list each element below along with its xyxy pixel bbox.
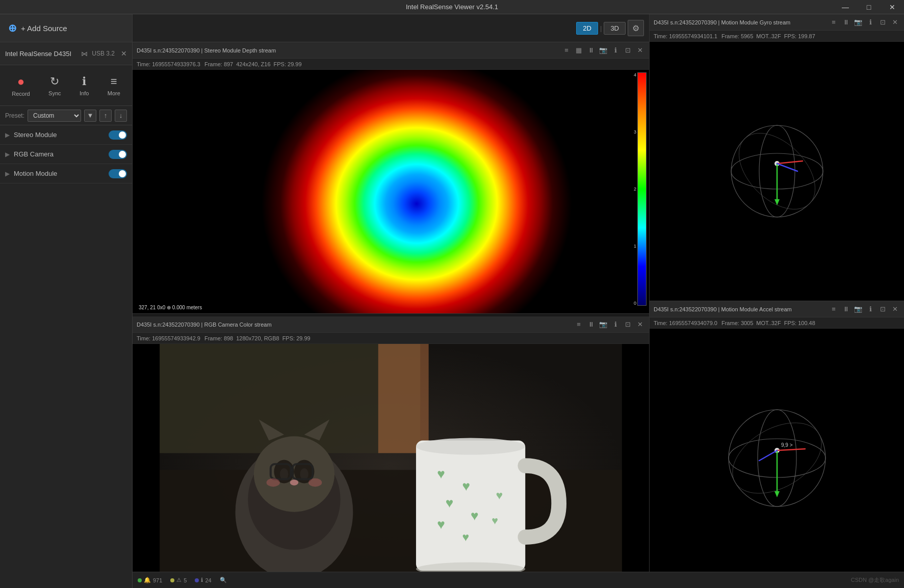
accel-close-button[interactable]: ✕	[890, 304, 900, 314]
motion-module-toggle[interactable]	[109, 169, 127, 178]
svg-point-7	[254, 436, 334, 512]
depth-info-button[interactable]: ℹ	[610, 45, 621, 56]
toolbar: ● Record ↻ Sync ℹ Info ≡ More	[0, 65, 132, 106]
record-button[interactable]: ● Record	[7, 71, 35, 100]
preset-dropdown-button[interactable]: ▼	[84, 110, 96, 122]
rgb-camera-toggle[interactable]	[109, 150, 127, 159]
svg-line-36	[777, 161, 803, 164]
main-layout: ⊕ + Add Source Intel RealSense D435I ⋈ U…	[0, 14, 904, 588]
info-count: 24	[205, 577, 211, 583]
gyro-format: MOT..32F	[756, 33, 781, 39]
close-button[interactable]: ✕	[881, 0, 904, 14]
device-name: Intel RealSense D435I	[5, 50, 77, 58]
info-button[interactable]: ℹ Info	[74, 72, 94, 99]
view-3d-button[interactable]: 3D	[604, 22, 626, 35]
gyro-camera-button[interactable]: 📷	[853, 17, 863, 28]
gyro-pause-button[interactable]: ⏸	[841, 17, 851, 28]
settings-button[interactable]: ⚙	[628, 20, 644, 36]
gyro-window-button[interactable]: ⊡	[877, 17, 888, 28]
svg-line-46	[777, 449, 805, 450]
device-close-button[interactable]: ✕	[121, 49, 127, 58]
depth-stream-title: D435I s.n:243522070390 | Stereo Module D…	[137, 47, 559, 54]
accel-info-button[interactable]: ℹ	[865, 304, 875, 314]
alert-count: 5	[184, 577, 187, 583]
rgb-pause-button[interactable]: ⏸	[586, 319, 596, 330]
more-icon: ≡	[111, 75, 117, 88]
accel-title: D435I s.n:243522070390 | Motion Module A…	[654, 306, 826, 312]
stereo-module-item[interactable]: ▶ Stereo Module	[0, 125, 132, 145]
more-button[interactable]: ≡ More	[102, 72, 125, 99]
rgb-camera-item[interactable]: ▶ RGB Camera	[0, 145, 132, 164]
gyro-fps: FPS: 199.87	[784, 33, 815, 39]
accel-view: 9,9 >	[650, 329, 904, 587]
rgb-time: Time: 16955574933942.9	[137, 335, 200, 341]
svg-point-17	[290, 479, 298, 486]
rgb-info-button[interactable]: ℹ	[610, 319, 621, 330]
gyro-close-button[interactable]: ✕	[890, 17, 900, 28]
gyro-sphere	[718, 113, 836, 230]
accel-panel: D435I s.n:243522070390 | Motion Module A…	[650, 301, 904, 588]
search-item[interactable]: 🔍	[220, 577, 227, 583]
accel-header: D435I s.n:243522070390 | Motion Module A…	[650, 301, 904, 317]
rgb-close-button[interactable]: ✕	[635, 319, 645, 330]
notification-item: 🔔 971	[138, 577, 162, 583]
depth-close-button[interactable]: ✕	[635, 45, 645, 56]
colorbar-2: 2	[634, 186, 636, 192]
add-source-label: + Add Source	[21, 24, 67, 33]
streams-right: D435I s.n:243522070390 | Motion Module G…	[649, 14, 904, 588]
stereo-toggle-knob	[119, 131, 126, 139]
rgb-stream-title: D435I s.n:243522070390 | RGB Camera Colo…	[137, 322, 572, 328]
accel-window-button[interactable]: ⊡	[877, 304, 888, 314]
svg-text:9,9 >: 9,9 >	[781, 442, 793, 448]
view-2d-button[interactable]: 2D	[576, 22, 598, 35]
maximize-button[interactable]: □	[857, 0, 881, 14]
svg-text:♥: ♥	[492, 515, 498, 527]
accel-pause-button[interactable]: ⏸	[841, 304, 851, 314]
sync-button[interactable]: ↻ Sync	[43, 72, 66, 99]
info-icon: ℹ	[201, 577, 203, 583]
svg-rect-20	[416, 441, 525, 571]
gyro-title: D435I s.n:243522070390 | Motion Module G…	[654, 19, 826, 25]
preset-bar: Preset: Custom ▼ ↑ ↓	[0, 106, 132, 125]
svg-text:♥: ♥	[462, 478, 471, 494]
svg-point-29	[416, 438, 525, 455]
gyro-stream-info: Time: 16955574934101.1 Frame: 5965 MOT..…	[650, 31, 904, 42]
info-icon: ℹ	[82, 75, 86, 88]
stereo-module-toggle[interactable]	[109, 130, 127, 140]
motion-module-label: Motion Module	[14, 170, 109, 177]
depth-window-button[interactable]: ⊡	[623, 45, 633, 56]
depth-pause-button[interactable]: ⏸	[586, 45, 596, 56]
gyro-frame: Frame: 5965	[721, 33, 753, 39]
rgb-list-button[interactable]: ≡	[574, 319, 584, 330]
accel-frame: Frame: 3005	[721, 320, 753, 326]
rgb-camera-chevron: ▶	[5, 151, 10, 158]
depth-list-button[interactable]: ≡	[561, 45, 572, 56]
preset-upload-button[interactable]: ↑	[99, 110, 112, 122]
minimize-button[interactable]: —	[834, 0, 857, 14]
depth-graph-button[interactable]: ▦	[574, 45, 584, 56]
gyro-list-button[interactable]: ≡	[829, 17, 839, 28]
gyro-info-button[interactable]: ℹ	[865, 17, 875, 28]
depth-camera-button[interactable]: 📷	[598, 45, 608, 56]
sidebar: ⊕ + Add Source Intel RealSense D435I ⋈ U…	[0, 14, 133, 588]
accel-fps: FPS: 100.48	[784, 320, 815, 326]
depth-fps: FPS: 29.99	[274, 61, 302, 67]
rgb-window-button[interactable]: ⊡	[623, 319, 633, 330]
accel-list-button[interactable]: ≡	[829, 304, 839, 314]
svg-text:♥: ♥	[462, 530, 470, 544]
motion-module-item[interactable]: ▶ Motion Module	[0, 164, 132, 183]
depth-frame: Frame: 897	[204, 61, 233, 67]
rgb-camera-button[interactable]: 📷	[598, 319, 608, 330]
preset-download-button[interactable]: ↓	[115, 110, 127, 122]
search-icon: 🔍	[220, 577, 227, 583]
info-item: ℹ 24	[195, 577, 211, 583]
colorbar-3: 3	[634, 129, 636, 135]
preset-select[interactable]: Custom	[28, 110, 81, 122]
depth-coord: 327, 21 0x0 ⊕ 0.000 meters	[137, 304, 204, 311]
accel-camera-button[interactable]: 📷	[853, 304, 863, 314]
preset-label: Preset:	[5, 112, 24, 119]
gyro-time: Time: 16955574934101.1	[654, 33, 717, 39]
add-source-button[interactable]: ⊕ + Add Source	[0, 14, 132, 42]
depth-image	[133, 70, 649, 313]
depth-stream-header: D435I s.n:243522070390 | Stereo Module D…	[133, 42, 649, 59]
